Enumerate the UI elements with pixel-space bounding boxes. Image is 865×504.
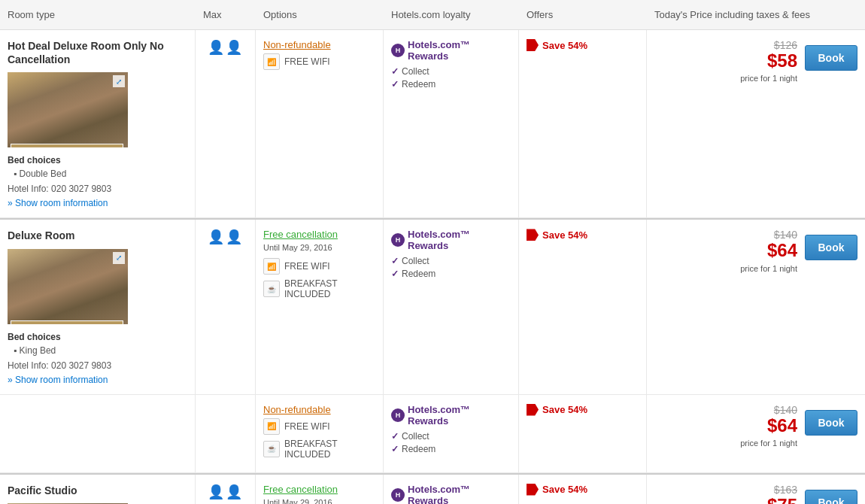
loyalty-brand: H Hotels.com™ Rewards	[391, 39, 511, 62]
wifi-icon: 📶	[263, 53, 280, 70]
options-cell: Non-refundable 📶 FREE WIFI	[256, 30, 384, 217]
book-button[interactable]: Book	[805, 45, 857, 71]
per-night: price for 1 night	[740, 439, 797, 448]
people-icons: 👤👤	[208, 229, 244, 245]
save-badge: Save 54%	[527, 229, 587, 241]
loyalty-cell-pacific: H Hotels.com™ Rewards ✓ Collect ✓ Redeem	[384, 475, 519, 504]
breakfast-label: BREAKFAST INCLUDED	[284, 439, 375, 460]
loyalty-cell-deluxe-1: H Hotels.com™ Rewards ✓ Collect ✓ Redeem	[384, 220, 519, 393]
room-title: Hot Deal Deluxe Room Only No Cancellatio…	[8, 39, 187, 66]
loyalty-collect: ✓ Collect	[391, 256, 511, 266]
loyalty-brand: H Hotels.com™ Rewards	[391, 229, 511, 251]
loyalty-brand-text: Hotels.com™ Rewards	[408, 229, 511, 251]
options-cell-deluxe-2: Non-refundable 📶 FREE WIFI ☕ BREAKFAST I…	[256, 395, 384, 472]
refund-type[interactable]: Non-refundable	[263, 39, 375, 50]
expand-icon[interactable]: ⤢	[113, 252, 125, 264]
amenity-wifi: 📶 FREE WIFI	[263, 53, 375, 70]
save-badge: Save 54%	[527, 404, 587, 416]
price-info: $126 $58 price for 1 night	[740, 39, 797, 83]
loyalty-redeem: ✓ Redeem	[391, 269, 511, 279]
loyalty-redeem: ✓ Redeem	[391, 79, 511, 90]
show-room-link[interactable]: Show room information	[8, 198, 108, 208]
room-section-deluxe: Deluxe Room ⤢ Bed choices King Bed Hotel…	[0, 220, 865, 474]
header-offers: Offers	[519, 6, 647, 23]
sale-price: $58	[740, 51, 797, 71]
sale-price: $64	[740, 416, 797, 436]
wifi-label: FREE WIFI	[284, 261, 330, 272]
original-price: $163	[740, 484, 797, 496]
amenity-breakfast-deluxe-2: ☕ BREAKFAST INCLUDED	[263, 439, 375, 460]
until-date-deluxe-1: Until May 29, 2016	[263, 243, 375, 252]
room-main-row: Hot Deal Deluxe Room Only No Cancellatio…	[0, 30, 865, 218]
loyalty-cell: H Hotels.com™ Rewards ✓ Collect ✓ Redeem	[384, 30, 519, 217]
hotel-info: Hotel Info: 020 3027 9803	[8, 184, 187, 194]
image-stack	[11, 144, 123, 147]
save-badge: Save 54%	[527, 484, 587, 496]
check-icon: ✓	[391, 444, 399, 454]
wifi-icon: 📶	[263, 258, 280, 275]
amenity-wifi-deluxe-2: 📶 FREE WIFI	[263, 418, 375, 435]
table-header: Room type Max Options Hotels.com loyalty…	[0, 0, 865, 30]
deluxe-row-1: Deluxe Room ⤢ Bed choices King Bed Hotel…	[0, 220, 865, 394]
image-stack	[11, 320, 123, 324]
loyalty-brand: H Hotels.com™ Rewards	[391, 404, 511, 427]
price-info: $163 $75 price for 1 night	[740, 484, 797, 504]
price-info: $140 $64 price for 1 night	[740, 229, 797, 272]
header-room-type: Room type	[0, 6, 196, 23]
expand-icon[interactable]: ⤢	[113, 75, 125, 87]
redeem-label: Redeem	[402, 444, 436, 454]
tag-icon	[527, 404, 539, 416]
loyalty-icon: H	[391, 488, 405, 502]
empty-max	[196, 395, 256, 472]
save-text: Save 54%	[542, 404, 587, 415]
price-info: $140 $64 price for 1 night	[740, 404, 797, 448]
room-info-cell-pacific: Pacific Studio ⤢	[0, 475, 196, 504]
room-section-pacific: Pacific Studio ⤢ 👤👤 Free cancellation Un…	[0, 475, 865, 504]
room-info-cell: Hot Deal Deluxe Room Only No Cancellatio…	[0, 30, 196, 217]
book-button-pacific[interactable]: Book	[805, 490, 857, 504]
sale-price: $75	[740, 496, 797, 504]
price-book-cell-deluxe-1: $140 $64 price for 1 night Book	[647, 220, 865, 393]
save-badge: Save 54%	[527, 39, 587, 51]
breakfast-icon: ☕	[263, 441, 280, 457]
redeem-label: Redeem	[402, 79, 436, 90]
wifi-label: FREE WIFI	[284, 421, 330, 432]
check-icon: ✓	[391, 269, 399, 279]
until-date-pacific: Until May 29, 2016	[263, 498, 375, 504]
show-room-link-deluxe[interactable]: Show room information	[8, 375, 108, 385]
original-price: $140	[740, 229, 797, 241]
loyalty-brand-text: Hotels.com™ Rewards	[408, 484, 511, 504]
room-image-deluxe[interactable]: ⤢	[8, 249, 128, 324]
price-book-cell: $126 $58 price for 1 night Book	[647, 30, 865, 217]
check-icon: ✓	[391, 79, 399, 90]
max-cell-pacific: 👤👤	[196, 475, 256, 504]
per-night: price for 1 night	[740, 74, 797, 83]
breakfast-icon: ☕	[263, 281, 280, 297]
save-text: Save 54%	[542, 484, 587, 495]
original-price: $140	[740, 404, 797, 416]
check-icon: ✓	[391, 256, 399, 266]
offers-cell: Save 54%	[519, 30, 647, 217]
loyalty-icon: H	[391, 408, 405, 422]
loyalty-redeem: ✓ Redeem	[391, 444, 511, 454]
people-icons: 👤👤	[208, 39, 244, 56]
room-image[interactable]: ⤢	[8, 72, 128, 147]
bed-choices-label-deluxe: Bed choices	[8, 332, 187, 342]
check-icon: ✓	[391, 431, 399, 442]
tag-icon	[527, 39, 539, 51]
refund-type-pacific[interactable]: Free cancellation	[263, 484, 375, 495]
refund-type-deluxe-2[interactable]: Non-refundable	[263, 404, 375, 415]
book-button-deluxe-1[interactable]: Book	[805, 235, 857, 260]
options-cell-pacific: Free cancellation Until May 29, 2016 📶 F…	[256, 475, 384, 504]
loyalty-cell-deluxe-2: H Hotels.com™ Rewards ✓ Collect ✓ Redeem	[384, 395, 519, 472]
room-info-cell-deluxe: Deluxe Room ⤢ Bed choices King Bed Hotel…	[0, 220, 196, 393]
loyalty-brand: H Hotels.com™ Rewards	[391, 484, 511, 504]
max-cell: 👤👤	[196, 30, 256, 217]
bed-type: Double Bed	[14, 169, 187, 179]
book-button-deluxe-2[interactable]: Book	[805, 410, 857, 436]
loyalty-icon: H	[391, 44, 405, 57]
options-cell-deluxe-1: Free cancellation Until May 29, 2016 📶 F…	[256, 220, 384, 393]
refund-type-deluxe-1[interactable]: Free cancellation	[263, 229, 375, 240]
bed-type-deluxe: King Bed	[14, 345, 187, 356]
original-price: $126	[740, 39, 797, 51]
